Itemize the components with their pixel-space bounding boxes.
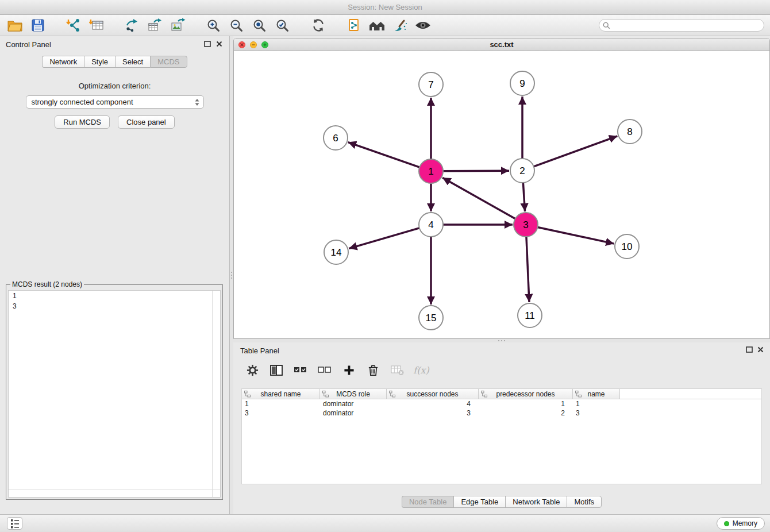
graph-node-11[interactable]: 11 — [518, 303, 542, 327]
show-hide-graphics-button[interactable] — [414, 16, 432, 34]
close-traffic-light[interactable] — [238, 41, 245, 48]
network-canvas[interactable]: 7968124314101511 — [234, 51, 769, 338]
column-header-name[interactable]: name — [573, 389, 620, 399]
open-session-button[interactable] — [6, 16, 24, 34]
refresh-icon — [311, 18, 326, 33]
criterion-dropdown[interactable]: strongly connected component — [26, 95, 204, 109]
window-titlebar: Session: New Session — [0, 0, 770, 15]
window-title: Session: New Session — [348, 3, 422, 11]
cell-shared-name: 1 — [242, 400, 320, 408]
delete-table-icon — [391, 364, 404, 376]
cell-predecessor-nodes: 1 — [479, 400, 573, 408]
houses-icon — [368, 19, 386, 32]
table-close-panel-icon[interactable] — [757, 346, 764, 353]
import-table-button[interactable] — [87, 16, 105, 34]
apply-style-button[interactable] — [391, 16, 409, 34]
graph-node-3[interactable]: 3 — [514, 213, 538, 237]
zoom-traffic-light[interactable] — [261, 41, 268, 48]
edge-3-1[interactable] — [442, 178, 515, 218]
edge-2-8[interactable] — [534, 136, 618, 167]
cell-predecessor-nodes: 2 — [479, 409, 573, 417]
cell-name: 1 — [573, 400, 620, 408]
column-header-shared-name[interactable]: shared name — [242, 389, 320, 399]
table-row-1[interactable]: 1dominator411 — [242, 399, 761, 408]
graph-node-4[interactable]: 4 — [419, 213, 443, 237]
unchecked-boxes-icon — [318, 366, 332, 374]
memory-button[interactable]: Memory — [717, 517, 765, 530]
table-tab-motifs[interactable]: Motifs — [567, 496, 602, 508]
deselect-all-button[interactable] — [317, 363, 332, 377]
edge-4-14[interactable] — [349, 228, 419, 249]
edge-2-3[interactable] — [523, 183, 525, 211]
export-table-button[interactable] — [146, 16, 164, 34]
add-column-button[interactable] — [341, 363, 356, 377]
control-tab-select[interactable]: Select — [115, 56, 150, 68]
graph-node-14[interactable]: 14 — [324, 240, 348, 264]
network-window-titlebar[interactable]: scc.txt — [234, 38, 769, 51]
select-all-button[interactable] — [293, 363, 308, 377]
cell-MCDS-role: dominator — [320, 409, 387, 417]
network-window-title: scc.txt — [490, 40, 513, 49]
table-float-panel-icon[interactable] — [746, 346, 753, 353]
table-row-3[interactable]: 3dominator323 — [242, 408, 761, 418]
node-table: shared nameMCDS rolesuccessor nodesprede… — [241, 388, 762, 484]
mcds-result-item[interactable]: 3 — [9, 301, 220, 311]
control-tab-network[interactable]: Network — [42, 56, 84, 68]
close-glyph-icon — [240, 43, 244, 47]
graph-node-8[interactable]: 8 — [618, 119, 642, 144]
graph-node-10[interactable]: 10 — [615, 234, 639, 259]
network-graph: 7968124314101511 — [234, 51, 769, 338]
zoom-in-button[interactable] — [205, 16, 222, 34]
edge-1-2[interactable] — [443, 171, 509, 171]
export-network-button[interactable] — [123, 16, 141, 34]
show-columns-button[interactable] — [269, 363, 284, 377]
column-header-MCDS-role[interactable]: MCDS role — [320, 389, 387, 399]
table-body: 1dominator4113dominator323 — [242, 399, 761, 418]
toolbar-search — [599, 19, 764, 32]
import-network-button[interactable] — [64, 16, 82, 34]
edge-3-11[interactable] — [526, 237, 529, 302]
column-header-successor-nodes[interactable]: successor nodes — [387, 389, 479, 399]
table-tab-network-table[interactable]: Network Table — [505, 496, 567, 508]
edge-3-10[interactable] — [538, 227, 614, 244]
column-tree-icon — [481, 391, 487, 398]
table-tabs: Node TableEdge TableNetwork TableMotifs — [233, 496, 770, 508]
run-mcds-button[interactable]: Run MCDS — [55, 115, 110, 129]
float-panel-icon[interactable] — [204, 41, 211, 47]
graph-node-6[interactable]: 6 — [324, 126, 348, 150]
search-input[interactable] — [599, 19, 764, 32]
zoom-glyph-icon — [263, 43, 267, 47]
graph-node-1[interactable]: 1 — [419, 159, 443, 183]
edge-1-6[interactable] — [348, 142, 419, 167]
zoom-out-button[interactable] — [228, 16, 245, 34]
column-header-predecessor-nodes[interactable]: predecessor nodes — [479, 389, 573, 399]
graph-node-2[interactable]: 2 — [510, 159, 534, 183]
graph-node-7[interactable]: 7 — [419, 72, 443, 97]
control-tab-style[interactable]: Style — [84, 56, 115, 68]
close-panel-icon[interactable] — [216, 41, 222, 47]
refresh-view-button[interactable] — [309, 16, 327, 34]
table-settings-button[interactable] — [245, 363, 260, 377]
graph-node-9[interactable]: 9 — [510, 71, 534, 95]
export-network-icon — [125, 18, 140, 33]
zoom-selected-button[interactable] — [274, 16, 291, 34]
zoom-selected-icon — [275, 18, 290, 33]
svg-text:9: 9 — [519, 78, 525, 89]
graph-node-15[interactable]: 15 — [419, 306, 443, 330]
zoom-fit-button[interactable] — [251, 16, 268, 34]
clipboard-network-button[interactable] — [345, 16, 363, 34]
minimize-glyph-icon — [252, 43, 255, 47]
table-tab-edge-table[interactable]: Edge Table — [453, 496, 505, 508]
control-tab-mcds[interactable]: MCDS — [150, 56, 187, 68]
export-image-button[interactable] — [169, 16, 187, 34]
table-tab-node-table[interactable]: Node Table — [402, 496, 454, 508]
network-overview-button[interactable] — [368, 16, 386, 34]
delete-column-button[interactable] — [365, 363, 380, 377]
dropdown-stepper-icon — [193, 98, 201, 107]
save-session-button[interactable] — [29, 16, 47, 34]
mcds-result-item[interactable]: 1 — [9, 291, 220, 301]
close-panel-button[interactable]: Close panel — [118, 115, 175, 129]
task-history-button[interactable] — [7, 517, 22, 530]
svg-text:8: 8 — [627, 126, 632, 137]
minimize-traffic-light[interactable] — [250, 41, 257, 48]
